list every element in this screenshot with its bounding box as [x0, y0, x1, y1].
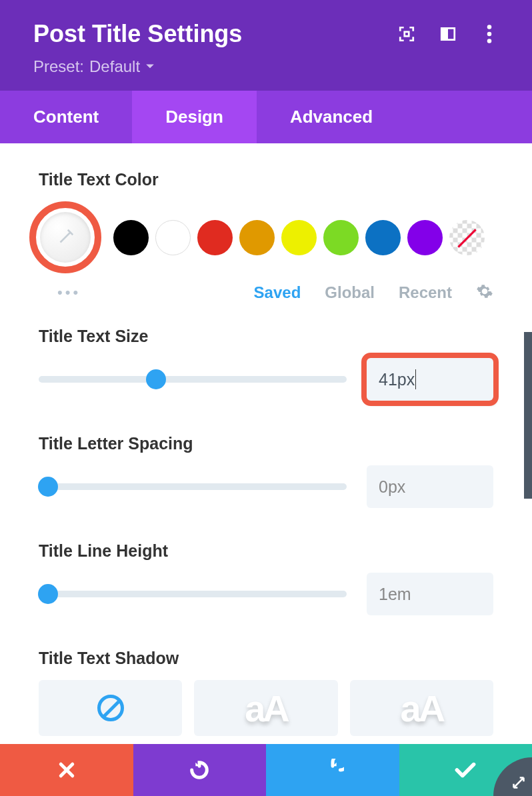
line-height-label: Title Line Height [39, 541, 493, 561]
scrollbar[interactable] [524, 332, 532, 499]
eyedropper-highlight [29, 201, 101, 273]
chevron-down-icon [145, 63, 155, 70]
text-size-input[interactable]: 41px [367, 358, 493, 401]
swatch-purple[interactable] [407, 220, 443, 255]
header-toolbar [397, 25, 499, 43]
redo-button[interactable] [266, 744, 399, 796]
swatch-yellow[interactable] [281, 220, 317, 255]
letter-spacing-input[interactable]: 0px [367, 465, 493, 508]
line-height-slider[interactable] [39, 591, 347, 597]
svg-rect-2 [441, 28, 448, 39]
line-height-field: Title Line Height 1em [39, 541, 493, 615]
color-meta-row: ••• Saved Global Recent [39, 283, 493, 303]
letter-spacing-slider[interactable] [39, 483, 347, 490]
swatch-white[interactable] [155, 220, 191, 255]
svg-point-3 [487, 25, 492, 29]
more-dots-icon[interactable]: ••• [57, 284, 81, 301]
swatch-red[interactable] [197, 220, 233, 255]
more-icon[interactable] [480, 25, 499, 43]
content-panel: Title Text Color ••• Saved Global Recent… [0, 143, 532, 736]
swatch-blue[interactable] [365, 220, 401, 255]
shadow-option-1[interactable]: aA [194, 680, 337, 736]
text-size-slider[interactable] [39, 376, 347, 383]
svg-rect-0 [405, 32, 409, 37]
tabs: Content Design Advanced [0, 91, 532, 143]
swatch-none[interactable] [449, 220, 485, 255]
shadow-option-2[interactable]: aA [350, 680, 493, 736]
swatch-orange[interactable] [239, 220, 275, 255]
letter-spacing-field: Title Letter Spacing 0px [39, 434, 493, 508]
color-swatch-row [39, 201, 493, 273]
preset-selector[interactable]: Preset: Default [33, 57, 499, 76]
footer-actions [0, 744, 532, 796]
preset-label: Preset: [33, 57, 84, 76]
text-shadow-field: Title Text Shadow aA aA [39, 649, 493, 736]
letter-spacing-label: Title Letter Spacing [39, 434, 493, 453]
title-text-size-field: Title Text Size 41px [39, 327, 493, 401]
svg-point-5 [487, 39, 492, 43]
preset-value: Default [89, 57, 140, 76]
undo-button[interactable] [133, 744, 267, 796]
recent-link[interactable]: Recent [399, 283, 452, 302]
fullscreen-icon[interactable] [397, 25, 416, 43]
tab-advanced[interactable]: Advanced [257, 91, 406, 143]
text-shadow-label: Title Text Shadow [39, 649, 493, 668]
global-link[interactable]: Global [325, 283, 375, 302]
title-text-color-label: Title Text Color [39, 170, 493, 189]
header: Post Title Settings Preset: Default [0, 0, 532, 91]
swatch-green[interactable] [323, 220, 359, 255]
saved-link[interactable]: Saved [254, 283, 301, 302]
svg-point-4 [487, 32, 492, 37]
slider-handle[interactable] [38, 584, 58, 604]
page-title: Post Title Settings [33, 20, 242, 48]
tab-design[interactable]: Design [132, 91, 257, 143]
panel-icon[interactable] [439, 25, 457, 43]
swatch-black[interactable] [113, 220, 149, 255]
eyedropper-button[interactable] [40, 212, 91, 263]
slider-handle[interactable] [146, 369, 166, 389]
shadow-option-none[interactable] [39, 680, 182, 736]
cancel-button[interactable] [0, 744, 133, 796]
slider-handle[interactable] [38, 477, 58, 497]
tab-content[interactable]: Content [0, 91, 132, 143]
line-height-input[interactable]: 1em [367, 573, 493, 615]
gear-icon[interactable] [476, 283, 493, 303]
no-shadow-icon [97, 695, 124, 721]
title-text-size-label: Title Text Size [39, 327, 493, 346]
